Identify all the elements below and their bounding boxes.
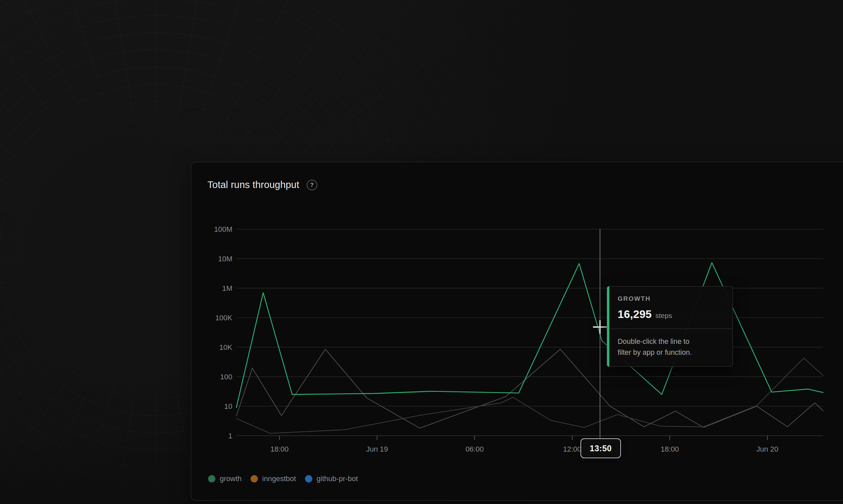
- legend-dot-inngestbot: [251, 475, 258, 483]
- help-icon[interactable]: ?: [307, 180, 317, 190]
- y-axis-label: 100: [220, 373, 232, 381]
- tooltip-hint: Double-click the line to filter by app o…: [607, 329, 733, 366]
- help-glyph: ?: [310, 182, 314, 188]
- x-axis-label: 18:00: [660, 445, 679, 453]
- legend-item-github-pr-bot[interactable]: github-pr-bot: [305, 474, 358, 483]
- chart-tooltip: GROWTH 16,295 steps Double-click the lin…: [607, 286, 733, 367]
- legend-item-inngestbot[interactable]: inngestbot: [251, 474, 296, 483]
- series-line-growth[interactable]: [236, 263, 823, 408]
- tooltip-hint-line2: filter by app or function.: [618, 347, 723, 358]
- chart-legend: growthinngestbotgithub-pr-bot: [208, 474, 358, 483]
- y-axis-label: 100K: [216, 314, 233, 322]
- tooltip-accent-bar: [607, 287, 609, 366]
- x-axis-label: Jun 20: [756, 445, 778, 453]
- x-axis-label: 12:00: [563, 445, 581, 453]
- tooltip-header: GROWTH 16,295 steps: [607, 287, 733, 329]
- x-axis-label: 06:00: [465, 445, 484, 453]
- tooltip-unit: steps: [655, 312, 672, 320]
- x-axis-label: Jun 19: [366, 445, 388, 453]
- crosshair-time-label: 13:50: [590, 444, 612, 453]
- y-axis-label: 100M: [214, 225, 232, 233]
- legend-dot-growth: [208, 475, 216, 483]
- legend-label: inngestbot: [262, 474, 296, 483]
- tooltip-series-name: GROWTH: [618, 295, 723, 302]
- legend-dot-github-pr-bot: [305, 475, 312, 483]
- legend-label: github-pr-bot: [316, 474, 358, 483]
- x-axis-label: 18:00: [270, 445, 288, 453]
- legend-item-growth[interactable]: growth: [208, 474, 242, 483]
- tooltip-hint-line1: Double-click the line to: [618, 336, 723, 347]
- y-axis-label: 1: [228, 432, 232, 440]
- plot-area: 100M10M1M100K10K10010118:00Jun 1906:0012…: [0, 0, 843, 504]
- y-axis-label: 10: [224, 402, 232, 411]
- chart-title: Total runs throughput: [207, 179, 299, 190]
- legend-label: growth: [220, 474, 242, 483]
- y-axis-label: 10M: [218, 255, 232, 263]
- series-line-inngestbot[interactable]: [236, 349, 823, 428]
- tooltip-value: 16,295: [618, 308, 652, 321]
- y-axis-label: 1M: [222, 284, 232, 292]
- y-axis-label: 10K: [219, 343, 232, 352]
- crosshair-time-indicator: 13:50: [581, 438, 621, 458]
- card-header: Total runs throughput ?: [207, 179, 317, 190]
